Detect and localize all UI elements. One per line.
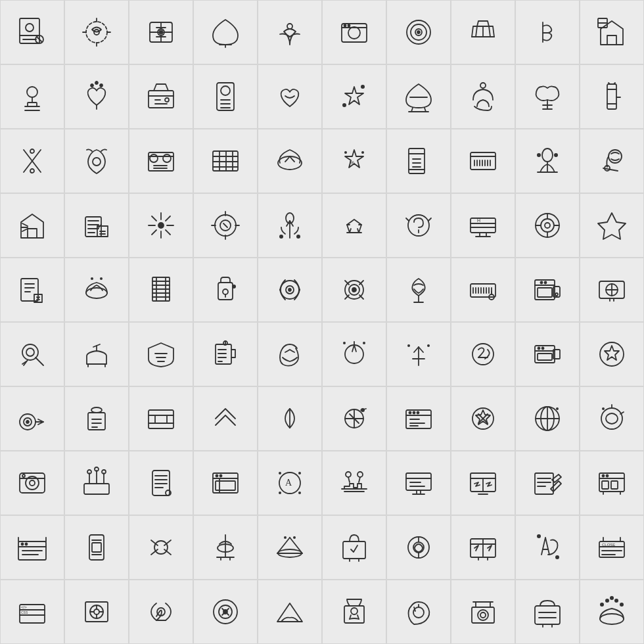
cell-8-5: A	[258, 451, 322, 515]
cell-7-5	[258, 386, 322, 451]
svg-point-295	[22, 474, 25, 477]
svg-point-400	[94, 609, 99, 614]
svg-point-319	[279, 492, 281, 494]
svg-point-247	[538, 348, 540, 350]
svg-point-370	[284, 536, 287, 539]
cell-6-3	[129, 322, 193, 386]
cell-10-1: </> CSS	[0, 580, 64, 644]
cell-9-10: CLOSE	[580, 515, 644, 580]
svg-point-40	[91, 84, 93, 87]
svg-point-212	[555, 293, 558, 296]
svg-point-22	[344, 25, 346, 27]
svg-text:CSS: CSS	[21, 610, 28, 614]
cell-4-2	[64, 193, 129, 258]
svg-point-169	[91, 277, 93, 280]
svg-line-132	[166, 216, 170, 221]
svg-point-427	[614, 599, 618, 603]
svg-point-248	[542, 348, 544, 350]
svg-point-425	[600, 614, 624, 624]
svg-point-18	[287, 24, 292, 29]
cell-5-1	[0, 258, 64, 322]
svg-point-318	[298, 472, 301, 474]
cell-8-1	[0, 451, 64, 515]
svg-line-133	[152, 230, 156, 235]
cell-2-2	[64, 64, 129, 129]
cell-1-6	[322, 0, 386, 64]
svg-rect-325	[406, 473, 431, 490]
cell-10-2	[64, 580, 129, 644]
cell-5-9	[515, 258, 580, 322]
cell-2-8	[451, 64, 515, 129]
cell-3-1	[0, 129, 64, 193]
cell-5-2	[64, 258, 129, 322]
cell-2-6	[322, 64, 386, 129]
cell-3-2	[64, 129, 129, 193]
svg-point-142	[279, 235, 283, 239]
cell-3-6: %	[322, 129, 386, 193]
svg-line-116	[22, 229, 28, 231]
svg-point-27	[417, 31, 420, 34]
svg-point-258	[91, 407, 102, 413]
svg-point-42	[95, 81, 98, 84]
cell-10-5	[258, 580, 322, 644]
cell-6-5	[258, 322, 322, 386]
svg-point-182	[232, 285, 236, 288]
svg-point-60	[480, 83, 486, 88]
cell-5-3	[129, 258, 193, 322]
svg-point-276	[417, 412, 419, 414]
svg-rect-44	[149, 91, 173, 108]
svg-rect-62	[607, 84, 616, 109]
svg-rect-210	[538, 288, 552, 297]
svg-point-293	[30, 480, 35, 486]
cell-8-4	[193, 451, 258, 515]
svg-line-131	[166, 230, 170, 235]
svg-point-143	[296, 235, 300, 239]
cell-10-3	[129, 580, 193, 644]
svg-point-111	[609, 150, 622, 163]
cell-5-4	[193, 258, 258, 322]
svg-point-288	[556, 407, 559, 410]
cell-9-1	[0, 515, 64, 580]
cell-7-6	[322, 386, 386, 451]
svg-point-324	[357, 472, 363, 477]
cell-2-4	[193, 64, 258, 129]
svg-point-426	[605, 599, 609, 603]
cell-10-4	[193, 580, 258, 644]
cell-4-7	[386, 193, 451, 258]
svg-point-41	[100, 84, 103, 87]
svg-point-238	[343, 342, 346, 344]
svg-point-243	[472, 344, 494, 365]
svg-point-72	[93, 158, 101, 166]
svg-point-320	[298, 492, 301, 494]
svg-point-317	[279, 472, 281, 474]
svg-point-409	[223, 610, 227, 614]
cell-7-10	[580, 386, 644, 451]
svg-point-416	[480, 612, 486, 618]
cell-9-8	[451, 515, 515, 580]
cell-1-10	[580, 0, 644, 64]
cell-2-3	[129, 64, 193, 129]
svg-point-385	[555, 555, 559, 559]
cell-3-9	[515, 129, 580, 193]
svg-point-55	[342, 103, 346, 107]
svg-point-54	[361, 85, 365, 89]
svg-marker-163	[598, 213, 626, 239]
svg-line-114	[22, 223, 28, 226]
svg-point-360	[154, 541, 168, 554]
cell-6-2	[64, 322, 129, 386]
cell-4-1	[0, 193, 64, 258]
svg-point-110	[537, 153, 541, 157]
svg-rect-33	[607, 35, 616, 45]
svg-point-125	[158, 223, 164, 228]
svg-point-274	[409, 412, 411, 414]
cell-8-9	[515, 451, 580, 515]
cell-4-8: H	[451, 193, 515, 258]
cell-9-2	[64, 515, 129, 580]
svg-point-86	[278, 156, 302, 170]
svg-point-75	[163, 154, 171, 162]
svg-point-350	[22, 543, 24, 545]
svg-point-289	[601, 408, 622, 429]
svg-rect-262	[149, 410, 173, 428]
svg-text:</>: </>	[21, 605, 27, 609]
cell-4-4	[193, 193, 258, 258]
